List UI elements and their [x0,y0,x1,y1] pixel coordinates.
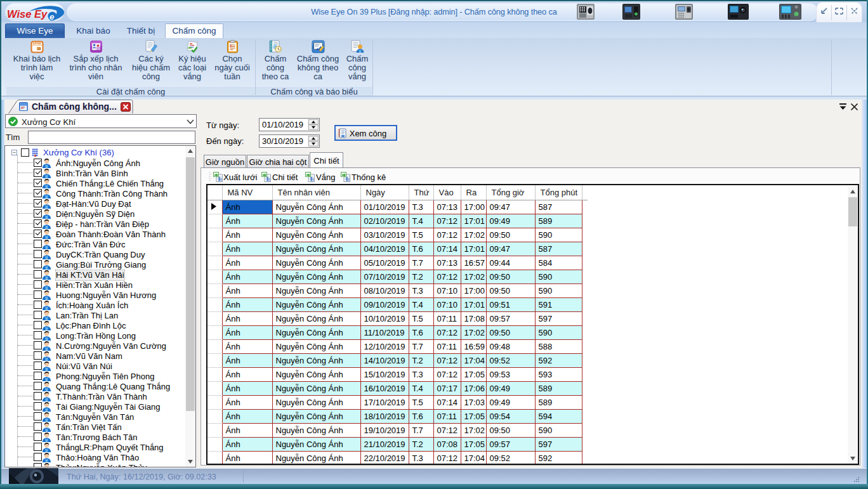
svg-text:23: 23 [37,47,41,51]
